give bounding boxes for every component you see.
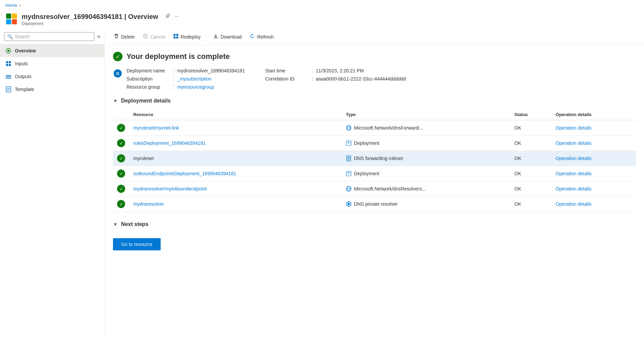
resource-link[interactable]: mydnsresolver/myinboundendpoint	[133, 186, 207, 191]
correlation-id-row: Correlation ID : aaaa0000-bb11-2222-33cc…	[265, 76, 406, 82]
deployment-info-left: ⚙ Deployment name : mydnsresolver_169904…	[127, 68, 245, 90]
operation-details-link[interactable]: Operation details	[556, 140, 592, 146]
success-icon: ✓	[113, 52, 122, 61]
svg-line-18	[144, 35, 146, 37]
cancel-button[interactable]: Cancel	[139, 31, 168, 42]
sidebar-item-template[interactable]: Template	[0, 83, 105, 96]
op-details-col-header: Operation details	[552, 109, 636, 120]
operation-details-link[interactable]: Operation details	[556, 201, 592, 207]
sidebar-item-template-label: Template	[15, 87, 34, 92]
row-operation-details[interactable]: Operation details	[552, 166, 636, 181]
row-status: OK	[510, 197, 552, 212]
resource-link[interactable]: rulesDeployment_1699046394181	[133, 140, 206, 146]
download-label: Download	[221, 34, 242, 40]
collapse-sidebar-button[interactable]: «	[96, 31, 102, 41]
svg-point-5	[7, 50, 9, 52]
page-body: ✓ Your deployment is complete ⚙ Deployme…	[105, 45, 644, 257]
svg-rect-8	[6, 64, 8, 66]
row-type: Deployment	[342, 136, 510, 151]
row-resource[interactable]: rulesDeployment_1699046394181	[129, 136, 342, 151]
operation-details-link[interactable]: Operation details	[556, 156, 592, 161]
delete-label: Delete	[121, 34, 135, 40]
resource-link[interactable]: myruleset/myvnet-link	[133, 125, 179, 131]
svg-text:⚙: ⚙	[116, 71, 120, 76]
page-header: mydnsresolver_1699046394181 | Overview ·…	[0, 10, 644, 29]
deployment-details-header[interactable]: ▼ Deployment details	[113, 98, 636, 104]
table-row: ✓myruleset/myvnet-linkMicrosoft.Network/…	[113, 120, 636, 136]
row-resource[interactable]: mydnsresolver	[129, 197, 342, 212]
next-steps-chevron-icon: ▼	[113, 222, 118, 227]
operation-details-link[interactable]: Operation details	[556, 125, 592, 131]
row-resource[interactable]: outboundEndpointsDeployment_169904639418…	[129, 166, 342, 181]
deployment-info-right: Start time : 11/3/2023, 2:20:21 PM Corre…	[265, 68, 406, 90]
row-status: OK	[510, 166, 552, 181]
operation-details-link[interactable]: Operation details	[556, 186, 592, 191]
download-button[interactable]: Download	[210, 31, 245, 42]
toolbar: Delete Cancel Redeploy	[105, 29, 644, 45]
sidebar-item-inputs[interactable]: Inputs	[0, 57, 105, 70]
subscription-link[interactable]: _mysubscription	[177, 76, 211, 82]
overview-icon	[5, 48, 12, 54]
next-steps-header[interactable]: ▼ Next steps	[113, 221, 636, 227]
status-col-header	[113, 109, 129, 120]
sidebar-item-inputs-label: Inputs	[15, 61, 28, 66]
svg-rect-11	[6, 76, 11, 77]
row-status: OK	[510, 120, 552, 136]
deployment-name-row: Deployment name : mydnsresolver_16990463…	[127, 68, 245, 73]
toolbar-separator	[207, 33, 207, 41]
svg-rect-0	[6, 14, 11, 19]
inputs-icon	[5, 61, 12, 67]
row-type: DNS private resolver	[342, 197, 510, 212]
page-title: mydnsresolver_1699046394181 | Overview ·…	[22, 12, 180, 21]
row-resource[interactable]: myruleset/myvnet-link	[129, 120, 342, 136]
delete-icon	[114, 33, 119, 40]
success-title: Your deployment is complete	[127, 52, 230, 61]
row-operation-details[interactable]: Operation details	[552, 120, 636, 136]
svg-point-40	[348, 203, 350, 205]
svg-rect-19	[174, 34, 176, 36]
row-operation-details[interactable]: Operation details	[552, 151, 636, 166]
svg-rect-20	[176, 34, 178, 36]
outputs-icon	[5, 73, 12, 80]
sidebar-item-outputs[interactable]: Outputs	[0, 70, 105, 83]
row-type: Microsoft.Network/dnsResolvers...	[342, 181, 510, 197]
pin-button[interactable]	[164, 12, 172, 21]
breadcrumb-home[interactable]: Home	[5, 3, 17, 8]
azure-deployment-icon	[5, 13, 18, 25]
redeploy-icon	[173, 33, 179, 40]
row-resource[interactable]: mydnsresolver/myinboundendpoint	[129, 181, 342, 197]
row-type: Microsoft.Network/dnsForwardi...	[342, 120, 510, 136]
refresh-label: Refresh	[257, 34, 274, 40]
resource-link[interactable]: mydnsresolver	[133, 201, 164, 207]
resource-group-link[interactable]: myresourcegroup	[177, 84, 214, 90]
row-resource: myruleset	[129, 151, 342, 166]
cancel-label: Cancel	[150, 34, 165, 40]
resource-link[interactable]: outboundEndpointsDeployment_169904639418…	[133, 171, 236, 176]
row-type: Deployment	[342, 166, 510, 181]
type-col-header: Type	[342, 109, 510, 120]
header-text: mydnsresolver_1699046394181 | Overview ·…	[22, 12, 180, 26]
search-input[interactable]	[15, 34, 91, 39]
sidebar-item-overview[interactable]: Overview	[0, 44, 105, 57]
table-row: ✓outboundEndpointsDeployment_16990463941…	[113, 166, 636, 181]
resource-col-header: Resource	[129, 109, 342, 120]
sidebar: 🔍 « Overview Inputs	[0, 29, 105, 340]
sidebar-item-overview-label: Overview	[15, 48, 36, 53]
svg-rect-6	[6, 61, 8, 63]
svg-rect-12	[6, 78, 11, 78]
table-header-row: Resource Type Status Operation details	[113, 109, 636, 120]
row-operation-details[interactable]: Operation details	[552, 181, 636, 197]
header-subtitle: Deployment	[22, 21, 180, 26]
row-operation-details[interactable]: Operation details	[552, 197, 636, 212]
breadcrumb-separator: ›	[19, 3, 21, 8]
redeploy-button[interactable]: Redeploy	[170, 31, 204, 42]
row-status-check: ✓	[113, 181, 129, 197]
row-operation-details[interactable]: Operation details	[552, 136, 636, 151]
go-to-resource-button[interactable]: Go to resource	[113, 238, 161, 250]
more-button[interactable]: ···	[173, 12, 180, 21]
delete-button[interactable]: Delete	[110, 31, 138, 42]
refresh-button[interactable]: Refresh	[246, 31, 277, 42]
start-time-row: Start time : 11/3/2023, 2:20:21 PM	[265, 68, 406, 73]
operation-details-link[interactable]: Operation details	[556, 171, 592, 176]
details-chevron-icon: ▼	[113, 98, 118, 104]
